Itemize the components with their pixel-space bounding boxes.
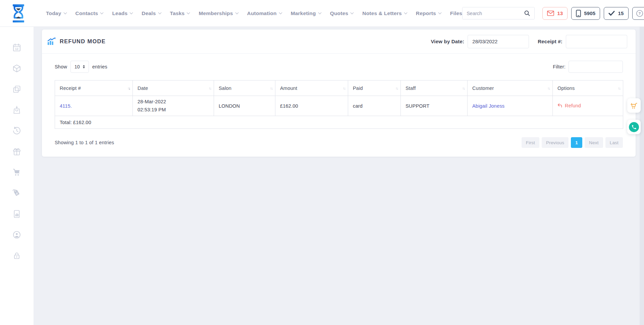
column-label: Paid <box>353 86 363 91</box>
panel-body: Show 10 entries Filter: <box>42 54 636 157</box>
column-header-options[interactable]: Options↑↓ <box>553 80 623 96</box>
calendar-icon[interactable]: 12 <box>12 43 21 52</box>
nav-item-automation[interactable]: Automation <box>247 10 282 16</box>
mobile-phone-icon <box>576 10 581 17</box>
pagination-next[interactable]: Next <box>585 137 603 148</box>
page-title: REFUND MODE <box>60 38 106 45</box>
nav-label: Quotes <box>330 10 348 16</box>
nav-item-quotes[interactable]: Quotes <box>330 10 354 16</box>
column-label: Staff <box>406 86 416 91</box>
sort-icon: ↑↓ <box>127 86 130 90</box>
shopping-bag-icon[interactable] <box>12 105 21 115</box>
panel-header: REFUND MODE View by Date: Receipt #: <box>42 30 636 54</box>
filter-input[interactable] <box>569 61 623 73</box>
tasks-count: 15 <box>618 10 624 16</box>
sort-icon: ↑↓ <box>209 86 211 90</box>
chevron-down-icon <box>438 11 441 14</box>
calls-badge[interactable]: 5905 <box>571 7 600 20</box>
pagination-last[interactable]: Last <box>605 137 623 148</box>
gift-icon[interactable] <box>12 147 21 156</box>
nav-label: Tasks <box>170 10 185 16</box>
copy-squares-icon[interactable] <box>12 85 21 94</box>
search-button[interactable] <box>520 7 534 19</box>
sort-icon: ↑↓ <box>462 86 465 90</box>
column-header-customer[interactable]: Customer↑↓ <box>468 80 553 96</box>
chevron-down-icon <box>279 11 282 14</box>
sort-icon: ↑↓ <box>270 86 272 90</box>
search-icon <box>524 10 530 16</box>
receipt-link[interactable]: 4115. <box>60 103 72 109</box>
nav-item-tasks[interactable]: Tasks <box>170 10 190 16</box>
nav-item-contacts[interactable]: Contacts <box>75 10 103 16</box>
chart-icon <box>47 38 56 45</box>
nav-item-files[interactable]: Files <box>450 10 462 16</box>
help-button[interactable]: ? <box>632 7 644 20</box>
history-clock-icon[interactable] <box>12 126 21 136</box>
amount-cell: £162.00 <box>275 96 348 116</box>
entries-label: entries <box>92 64 107 69</box>
pagination-first[interactable]: First <box>522 137 539 148</box>
nav-item-memberships[interactable]: Memberships <box>199 10 238 16</box>
scrollbar[interactable] <box>640 27 644 325</box>
refund-button[interactable]: Refund <box>557 103 581 108</box>
top-header: Today Contacts Leads Deals Tasks Members… <box>0 0 644 27</box>
phone-icon <box>631 124 637 130</box>
nav-item-leads[interactable]: Leads <box>112 10 132 16</box>
svg-text:?: ? <box>638 11 641 15</box>
table-row: 4115. 28-Mar-2022 02:53:19 PM LONDON £16… <box>55 96 623 116</box>
paid-cell: card <box>348 96 401 116</box>
package-cube-icon[interactable] <box>12 64 21 73</box>
nav-label: Deals <box>142 10 156 16</box>
nav-label: Files <box>450 10 462 16</box>
column-label: Customer <box>472 86 494 91</box>
column-header-date[interactable]: Date↑↓ <box>133 80 214 96</box>
view-by-date-input[interactable] <box>468 35 529 48</box>
mail-icon <box>547 10 554 16</box>
nav-item-deals[interactable]: Deals <box>142 10 161 16</box>
column-header-paid[interactable]: Paid↑↓ <box>348 80 401 96</box>
cart-quick-button[interactable] <box>627 98 641 113</box>
messages-badge[interactable]: 13 <box>542 7 568 20</box>
cart-icon[interactable] <box>12 168 21 177</box>
column-header-staff[interactable]: Staff↑↓ <box>401 80 468 96</box>
select-arrows-icon <box>83 65 85 69</box>
nav-item-notes-letters[interactable]: Notes & Letters <box>362 10 407 16</box>
lock-icon[interactable] <box>12 251 21 260</box>
column-label: Receipt # <box>60 86 81 91</box>
nav-label: Automation <box>247 10 277 16</box>
account-circle-icon[interactable] <box>12 230 21 239</box>
chevron-down-icon <box>235 11 238 14</box>
refunds-table: Receipt #↑↓ Date↑↓ Salon↑↓ Amount↑↓ Paid… <box>55 80 623 129</box>
date-cell: 28-Mar-2022 02:53:19 PM <box>133 96 214 116</box>
cart-orange-icon <box>630 102 638 110</box>
app-logo[interactable] <box>11 4 26 23</box>
table-header-row: Receipt #↑↓ Date↑↓ Salon↑↓ Amount↑↓ Paid… <box>55 80 623 96</box>
filter-label: Filter: <box>553 64 566 69</box>
nav-item-reports[interactable]: Reports <box>416 10 441 16</box>
column-label: Options <box>557 86 575 91</box>
column-header-salon[interactable]: Salon↑↓ <box>214 80 275 96</box>
tasks-badge[interactable]: 15 <box>604 7 628 20</box>
nav-item-today[interactable]: Today <box>46 10 66 16</box>
pagination-previous[interactable]: Previous <box>542 137 569 148</box>
sort-icon: ↑↓ <box>343 86 345 90</box>
pagination: First Previous 1 Next Last <box>522 137 623 148</box>
nav-item-marketing[interactable]: Marketing <box>291 10 321 16</box>
receipt-number-input[interactable] <box>566 35 627 48</box>
customer-link[interactable]: Abigail Joness <box>472 103 504 109</box>
search-input[interactable] <box>463 7 520 19</box>
pagination-page-1[interactable]: 1 <box>571 137 582 148</box>
chevron-down-icon <box>404 11 407 14</box>
report-document-icon[interactable] <box>12 209 21 219</box>
chevron-down-icon <box>63 11 67 14</box>
sort-icon: ↑↓ <box>618 86 620 90</box>
calls-count: 5905 <box>584 10 595 16</box>
price-tag-icon[interactable]: $ <box>12 188 21 198</box>
phone-quick-button[interactable] <box>627 120 641 134</box>
page-length-select[interactable]: 10 <box>70 61 89 73</box>
column-header-amount[interactable]: Amount↑↓ <box>275 80 348 96</box>
column-header-receipt[interactable]: Receipt #↑↓ <box>55 80 133 96</box>
search-box <box>462 7 535 19</box>
messages-count: 13 <box>557 10 563 16</box>
nav-label: Notes & Letters <box>362 10 402 16</box>
